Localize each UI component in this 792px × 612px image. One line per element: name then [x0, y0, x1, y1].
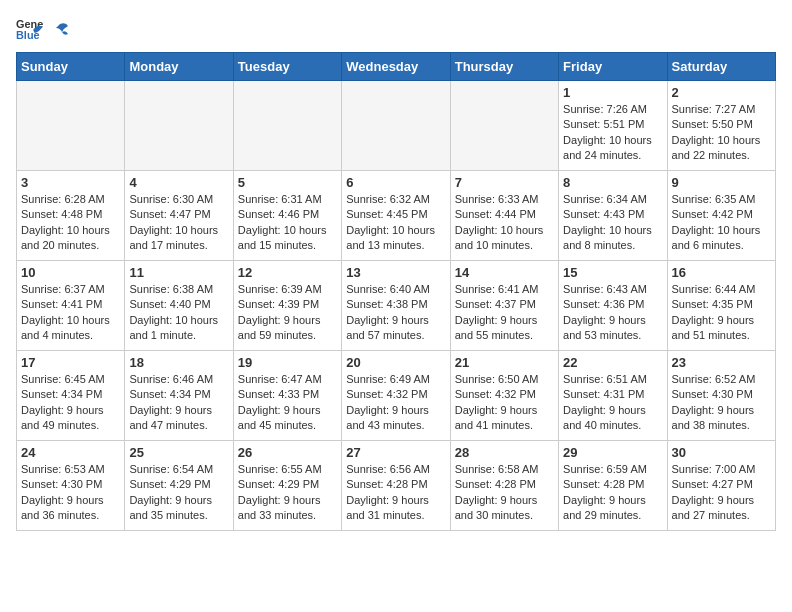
- day-cell: 28 Sunrise: 6:58 AMSunset: 4:28 PMDaylig…: [450, 441, 558, 531]
- day-cell: 21 Sunrise: 6:50 AMSunset: 4:32 PMDaylig…: [450, 351, 558, 441]
- weekday-header-wednesday: Wednesday: [342, 53, 450, 81]
- day-cell: 3 Sunrise: 6:28 AMSunset: 4:48 PMDayligh…: [17, 171, 125, 261]
- day-info: Sunrise: 6:40 AMSunset: 4:38 PMDaylight:…: [346, 282, 445, 344]
- weekday-header-friday: Friday: [559, 53, 667, 81]
- week-row-4: 17 Sunrise: 6:45 AMSunset: 4:34 PMDaylig…: [17, 351, 776, 441]
- day-number: 17: [21, 355, 120, 370]
- day-number: 12: [238, 265, 337, 280]
- day-cell: 16 Sunrise: 6:44 AMSunset: 4:35 PMDaylig…: [667, 261, 775, 351]
- week-row-3: 10 Sunrise: 6:37 AMSunset: 4:41 PMDaylig…: [17, 261, 776, 351]
- day-info: Sunrise: 6:31 AMSunset: 4:46 PMDaylight:…: [238, 192, 337, 254]
- day-info: Sunrise: 6:38 AMSunset: 4:40 PMDaylight:…: [129, 282, 228, 344]
- day-number: 23: [672, 355, 771, 370]
- day-cell: 10 Sunrise: 6:37 AMSunset: 4:41 PMDaylig…: [17, 261, 125, 351]
- day-info: Sunrise: 6:47 AMSunset: 4:33 PMDaylight:…: [238, 372, 337, 434]
- day-cell: 14 Sunrise: 6:41 AMSunset: 4:37 PMDaylig…: [450, 261, 558, 351]
- day-info: Sunrise: 6:49 AMSunset: 4:32 PMDaylight:…: [346, 372, 445, 434]
- day-info: Sunrise: 6:58 AMSunset: 4:28 PMDaylight:…: [455, 462, 554, 524]
- day-info: Sunrise: 6:39 AMSunset: 4:39 PMDaylight:…: [238, 282, 337, 344]
- day-number: 2: [672, 85, 771, 100]
- day-cell: 22 Sunrise: 6:51 AMSunset: 4:31 PMDaylig…: [559, 351, 667, 441]
- day-info: Sunrise: 6:44 AMSunset: 4:35 PMDaylight:…: [672, 282, 771, 344]
- day-cell: [233, 81, 341, 171]
- day-info: Sunrise: 6:34 AMSunset: 4:43 PMDaylight:…: [563, 192, 662, 254]
- day-cell: 26 Sunrise: 6:55 AMSunset: 4:29 PMDaylig…: [233, 441, 341, 531]
- day-cell: [17, 81, 125, 171]
- day-number: 27: [346, 445, 445, 460]
- week-row-2: 3 Sunrise: 6:28 AMSunset: 4:48 PMDayligh…: [17, 171, 776, 261]
- day-cell: 23 Sunrise: 6:52 AMSunset: 4:30 PMDaylig…: [667, 351, 775, 441]
- day-cell: 2 Sunrise: 7:27 AMSunset: 5:50 PMDayligh…: [667, 81, 775, 171]
- day-info: Sunrise: 6:53 AMSunset: 4:30 PMDaylight:…: [21, 462, 120, 524]
- logo: General Blue: [16, 16, 70, 44]
- day-info: Sunrise: 6:32 AMSunset: 4:45 PMDaylight:…: [346, 192, 445, 254]
- svg-text:Blue: Blue: [16, 29, 40, 41]
- day-cell: 12 Sunrise: 6:39 AMSunset: 4:39 PMDaylig…: [233, 261, 341, 351]
- day-cell: 8 Sunrise: 6:34 AMSunset: 4:43 PMDayligh…: [559, 171, 667, 261]
- day-cell: 11 Sunrise: 6:38 AMSunset: 4:40 PMDaylig…: [125, 261, 233, 351]
- day-cell: 20 Sunrise: 6:49 AMSunset: 4:32 PMDaylig…: [342, 351, 450, 441]
- day-info: Sunrise: 6:28 AMSunset: 4:48 PMDaylight:…: [21, 192, 120, 254]
- day-info: Sunrise: 6:35 AMSunset: 4:42 PMDaylight:…: [672, 192, 771, 254]
- day-number: 28: [455, 445, 554, 460]
- day-cell: [342, 81, 450, 171]
- day-cell: 9 Sunrise: 6:35 AMSunset: 4:42 PMDayligh…: [667, 171, 775, 261]
- header: General Blue: [16, 16, 776, 44]
- day-number: 18: [129, 355, 228, 370]
- day-info: Sunrise: 6:46 AMSunset: 4:34 PMDaylight:…: [129, 372, 228, 434]
- day-info: Sunrise: 6:52 AMSunset: 4:30 PMDaylight:…: [672, 372, 771, 434]
- week-row-1: 1 Sunrise: 7:26 AMSunset: 5:51 PMDayligh…: [17, 81, 776, 171]
- day-number: 30: [672, 445, 771, 460]
- day-cell: 5 Sunrise: 6:31 AMSunset: 4:46 PMDayligh…: [233, 171, 341, 261]
- day-number: 22: [563, 355, 662, 370]
- day-number: 5: [238, 175, 337, 190]
- day-number: 6: [346, 175, 445, 190]
- day-cell: 7 Sunrise: 6:33 AMSunset: 4:44 PMDayligh…: [450, 171, 558, 261]
- day-number: 25: [129, 445, 228, 460]
- day-number: 9: [672, 175, 771, 190]
- day-cell: 18 Sunrise: 6:46 AMSunset: 4:34 PMDaylig…: [125, 351, 233, 441]
- day-number: 10: [21, 265, 120, 280]
- day-cell: 6 Sunrise: 6:32 AMSunset: 4:45 PMDayligh…: [342, 171, 450, 261]
- weekday-header-sunday: Sunday: [17, 53, 125, 81]
- weekday-header-thursday: Thursday: [450, 53, 558, 81]
- day-info: Sunrise: 6:51 AMSunset: 4:31 PMDaylight:…: [563, 372, 662, 434]
- day-number: 20: [346, 355, 445, 370]
- day-cell: 1 Sunrise: 7:26 AMSunset: 5:51 PMDayligh…: [559, 81, 667, 171]
- day-info: Sunrise: 6:54 AMSunset: 4:29 PMDaylight:…: [129, 462, 228, 524]
- day-info: Sunrise: 6:56 AMSunset: 4:28 PMDaylight:…: [346, 462, 445, 524]
- day-number: 8: [563, 175, 662, 190]
- weekday-header-saturday: Saturday: [667, 53, 775, 81]
- day-number: 19: [238, 355, 337, 370]
- day-number: 3: [21, 175, 120, 190]
- day-number: 7: [455, 175, 554, 190]
- day-number: 21: [455, 355, 554, 370]
- day-number: 11: [129, 265, 228, 280]
- day-info: Sunrise: 6:37 AMSunset: 4:41 PMDaylight:…: [21, 282, 120, 344]
- day-info: Sunrise: 6:59 AMSunset: 4:28 PMDaylight:…: [563, 462, 662, 524]
- logo-bird-icon: [50, 20, 70, 40]
- day-info: Sunrise: 7:27 AMSunset: 5:50 PMDaylight:…: [672, 102, 771, 164]
- day-cell: 19 Sunrise: 6:47 AMSunset: 4:33 PMDaylig…: [233, 351, 341, 441]
- day-number: 24: [21, 445, 120, 460]
- day-number: 4: [129, 175, 228, 190]
- day-cell: 30 Sunrise: 7:00 AMSunset: 4:27 PMDaylig…: [667, 441, 775, 531]
- day-cell: 24 Sunrise: 6:53 AMSunset: 4:30 PMDaylig…: [17, 441, 125, 531]
- day-cell: 4 Sunrise: 6:30 AMSunset: 4:47 PMDayligh…: [125, 171, 233, 261]
- day-info: Sunrise: 6:45 AMSunset: 4:34 PMDaylight:…: [21, 372, 120, 434]
- day-info: Sunrise: 7:00 AMSunset: 4:27 PMDaylight:…: [672, 462, 771, 524]
- weekday-header-row: SundayMondayTuesdayWednesdayThursdayFrid…: [17, 53, 776, 81]
- day-info: Sunrise: 6:43 AMSunset: 4:36 PMDaylight:…: [563, 282, 662, 344]
- day-info: Sunrise: 6:55 AMSunset: 4:29 PMDaylight:…: [238, 462, 337, 524]
- day-number: 13: [346, 265, 445, 280]
- day-number: 15: [563, 265, 662, 280]
- week-row-5: 24 Sunrise: 6:53 AMSunset: 4:30 PMDaylig…: [17, 441, 776, 531]
- day-info: Sunrise: 7:26 AMSunset: 5:51 PMDaylight:…: [563, 102, 662, 164]
- day-number: 29: [563, 445, 662, 460]
- weekday-header-tuesday: Tuesday: [233, 53, 341, 81]
- day-number: 1: [563, 85, 662, 100]
- day-info: Sunrise: 6:41 AMSunset: 4:37 PMDaylight:…: [455, 282, 554, 344]
- day-info: Sunrise: 6:33 AMSunset: 4:44 PMDaylight:…: [455, 192, 554, 254]
- day-info: Sunrise: 6:30 AMSunset: 4:47 PMDaylight:…: [129, 192, 228, 254]
- day-number: 14: [455, 265, 554, 280]
